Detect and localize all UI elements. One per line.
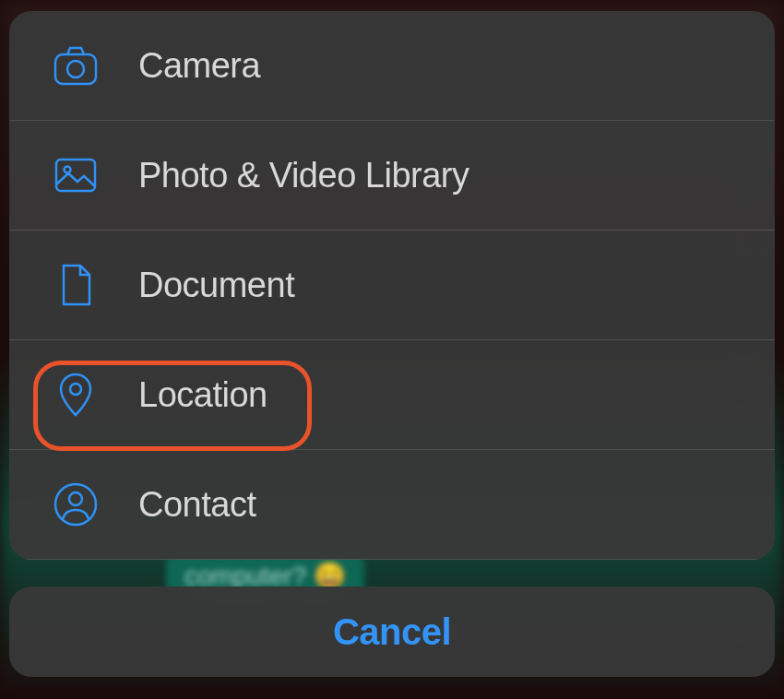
location-pin-icon xyxy=(52,371,100,419)
camera-icon xyxy=(52,41,100,89)
contact-icon xyxy=(52,480,100,528)
svg-point-3 xyxy=(65,167,71,173)
menu-label: Location xyxy=(138,375,267,415)
menu-item-document[interactable]: Document xyxy=(9,231,775,340)
menu-item-contact[interactable]: Contact xyxy=(9,450,775,560)
cancel-label: Cancel xyxy=(333,611,451,653)
menu-item-photo-video-library[interactable]: Photo & Video Library xyxy=(9,121,775,231)
svg-rect-0 xyxy=(55,54,96,84)
document-icon xyxy=(52,261,100,309)
gallery-icon xyxy=(52,151,100,199)
svg-rect-2 xyxy=(56,160,95,191)
menu-label: Document xyxy=(138,266,294,305)
svg-point-4 xyxy=(70,384,81,395)
svg-point-1 xyxy=(67,61,84,77)
menu-label: Camera xyxy=(138,46,260,86)
svg-point-6 xyxy=(69,492,82,505)
cancel-button[interactable]: Cancel xyxy=(9,586,775,677)
menu-item-location[interactable]: Location xyxy=(9,340,775,450)
attachment-action-sheet: Camera Photo & Video Library Document xyxy=(9,11,775,560)
menu-label: Contact xyxy=(138,485,255,525)
menu-item-camera[interactable]: Camera xyxy=(9,11,775,121)
menu-label: Photo & Video Library xyxy=(138,156,469,195)
